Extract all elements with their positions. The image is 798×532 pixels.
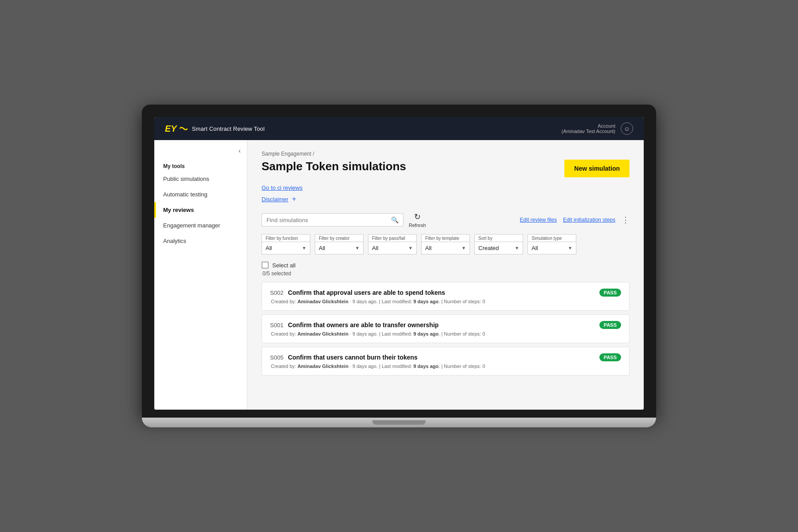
sort-by-select[interactable]: Created ▼ [474,242,523,254]
sim-id: S002 [270,289,283,296]
sim-type-select[interactable]: All ▼ [528,242,576,254]
sidebar-item-analytics[interactable]: Analytics [154,233,247,249]
sidebar-item-automatic-testing[interactable]: Automatic testing [154,187,247,202]
sidebar-section-label: My tools [154,160,247,171]
edit-init-steps-link[interactable]: Edit initialization steps [563,217,615,223]
sim-card-header: S001 Confirm that owners are able to tra… [270,321,621,329]
refresh-label: Refresh [409,223,426,228]
refresh-button[interactable]: ↻ Refresh [409,212,426,228]
app-title: Smart Contract Review Tool [192,125,265,132]
sim-title: Confirm that users cannot burn their tok… [288,354,595,361]
filter-pass-fail-label: Filter by pass/fail [368,234,417,242]
sim-meta: Created by: Aminadav Glickshtein · 9 day… [270,299,621,304]
sim-title: Confirm that owners are able to transfer… [288,321,595,329]
account-icon[interactable]: ☺ [621,122,633,135]
sidebar: ‹ My tools Public simulations Automatic … [154,140,247,410]
sim-card-header: S005 Confirm that users cannot burn thei… [270,353,621,361]
filter-pass-fail-select[interactable]: All ▼ [368,242,417,254]
breadcrumb: Sample Engagement / [262,151,630,157]
new-simulation-button[interactable]: New simulation [564,160,630,177]
sidebar-item-label: Public simulations [163,176,209,182]
sidebar-toggle: ‹ [154,147,247,160]
simulations-list: S002 Confirm that approval users are abl… [262,282,630,376]
chevron-down-icon: ▼ [408,246,413,250]
sim-steps: 0 [482,364,485,369]
selected-count: 0/5 selected [262,270,630,277]
filter-template-select[interactable]: All ▼ [421,242,470,254]
status-badge: PASS [599,289,621,297]
disclaimer-row: Disclaimer + [262,195,630,203]
search-input[interactable] [266,217,391,223]
sim-steps: 0 [482,331,485,336]
sim-steps: 0 [482,299,485,304]
sim-id: S001 [270,322,283,329]
laptop-shell: EY Smart Contract Review Tool Account (A… [142,105,656,427]
toolbar-links: Edit review files Edit initialization st… [520,215,630,225]
filter-function-select[interactable]: All ▼ [262,242,310,254]
status-badge: PASS [599,321,621,329]
chevron-down-icon: ▼ [355,246,360,250]
sim-id: S005 [270,354,283,361]
chevron-down-icon: ▼ [302,246,306,250]
sort-by-group: Sort by Created ▼ [474,234,523,254]
sim-card-header: S002 Confirm that approval users are abl… [270,289,621,297]
sim-type-group: Simulation type All ▼ [528,234,576,254]
laptop-base [142,418,656,427]
content-area: Sample Engagement / Sample Token simulat… [247,140,644,410]
app-container: EY Smart Contract Review Tool Account (A… [154,117,644,410]
search-box: 🔍 [262,213,403,227]
page-header: Sample Token simulations New simulation [262,160,630,177]
filter-function-group: Filter by function All ▼ [262,234,310,254]
sim-title: Confirm that approval users are able to … [288,289,595,296]
sim-creator: Aminadav Glickshtein [297,331,348,336]
sidebar-item-public-simulations[interactable]: Public simulations [154,171,247,187]
sim-created-ago: 9 days ago [352,331,376,336]
sidebar-item-my-reviews[interactable]: My reviews [154,202,247,218]
select-all-row: Select all 0/5 selected [262,262,630,277]
more-options-icon[interactable]: ⋮ [622,215,630,225]
nav-left: EY Smart Contract Review Tool [165,124,265,133]
filter-template-label: Filter by template [421,234,470,242]
sim-created-ago: 9 days ago [352,299,376,304]
sim-modified-ago: 9 days ago [413,331,438,336]
filters-row: Filter by function All ▼ Filter by creat… [262,234,630,254]
table-row[interactable]: S001 Confirm that owners are able to tra… [262,314,630,343]
select-all-label[interactable]: Select all [262,262,630,269]
sim-modified-ago: 9 days ago [413,299,438,304]
select-all-checkbox[interactable] [262,262,269,269]
edit-review-files-link[interactable]: Edit review files [520,217,557,223]
nav-right: Account (Aminadav Test Account) ☺ [562,122,633,135]
disclaimer-link[interactable]: Disclaimer [262,196,289,203]
toolbar-row: 🔍 ↻ Refresh Edit review files Edit initi… [262,212,630,228]
add-disclaimer-icon[interactable]: + [292,195,296,203]
ey-logo: EY [165,124,188,133]
filter-function-label: Filter by function [262,234,310,242]
filter-creator-select[interactable]: All ▼ [315,242,364,254]
sidebar-item-label: My reviews [163,207,194,213]
search-icon: 🔍 [391,216,399,223]
sidebar-item-engagement-manager[interactable]: Engagement manager [154,218,247,233]
user-icon: ☺ [624,125,630,132]
select-all-text: Select all [272,262,296,269]
table-row[interactable]: S005 Confirm that users cannot burn thei… [262,347,630,376]
sim-created-ago: 9 days ago [352,364,376,369]
sim-modified-ago: 9 days ago [413,364,438,369]
chevron-down-icon: ▼ [568,246,572,250]
table-row[interactable]: S002 Confirm that approval users are abl… [262,282,630,311]
ey-mark: EY [165,124,177,133]
main-area: ‹ My tools Public simulations Automatic … [154,140,644,410]
sim-meta: Created by: Aminadav Glickshtein · 9 day… [270,331,621,336]
sidebar-item-label: Analytics [163,238,186,244]
sim-creator: Aminadav Glickshtein [297,299,348,304]
sim-type-label: Simulation type [528,234,576,242]
ci-reviews-link[interactable]: Go to ci reviews [262,184,302,191]
account-info: Account (Aminadav Test Account) [562,123,615,134]
filter-creator-label: Filter by creator [315,234,364,242]
ey-tilde-icon [180,126,188,131]
filter-template-group: Filter by template All ▼ [421,234,470,254]
sort-by-label: Sort by [474,234,523,242]
chevron-down-icon: ▼ [462,246,466,250]
filter-creator-group: Filter by creator All ▼ [315,234,364,254]
status-badge: PASS [599,353,621,361]
collapse-sidebar-button[interactable]: ‹ [239,147,241,154]
